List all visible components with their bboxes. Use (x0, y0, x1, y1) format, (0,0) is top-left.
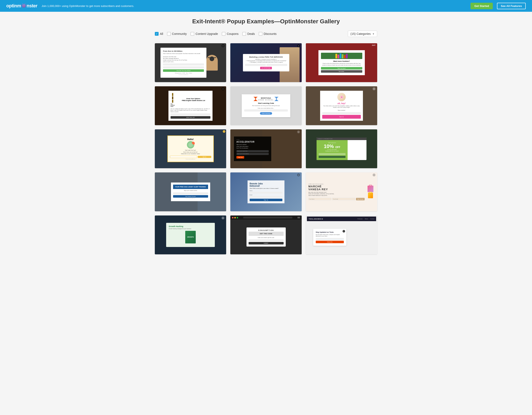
page-title: Exit-Intent® Popup Examples—OptinMonster… (155, 18, 377, 25)
gallery-item[interactable]: CONSUMPTION GET THE CODE Enter your emai… (230, 216, 302, 254)
chevron-down-icon: ▼ (372, 33, 374, 35)
close-icon[interactable]: × (297, 44, 300, 47)
categories-dropdown[interactable]: (15) Categories ▼ (348, 31, 377, 37)
get-started-button[interactable]: Get Started (471, 3, 493, 9)
categories-label: (15) Categories (351, 32, 371, 36)
gallery-item[interactable]: Growth Hacking Growth hacking strategies… (155, 216, 226, 254)
gallery-item[interactable]: 🌸 oh, hey! Your inbox told us you want f… (306, 86, 377, 125)
filter-all-checkbox[interactable] (155, 32, 159, 36)
logo-text: optinm👾nster (6, 3, 37, 9)
filter-discounts[interactable]: Discounts (259, 32, 276, 36)
gallery-item[interactable]: TESLANOMICS PodcastsAboutContact × Stay … (306, 216, 377, 254)
gallery-item[interactable]: From Zero to 330 Million How I built one… (155, 43, 226, 82)
filter-discounts-checkbox[interactable] (259, 32, 262, 36)
gallery-item[interactable]: MONTANA CODE SCHOOL Start Learning Code … (230, 86, 302, 125)
gallery-item[interactable]: THE ACCELERATOR Sign up to receivenews a… (230, 129, 302, 168)
header-tagline: Join 1,000,000+ using OptinMonster to ge… (42, 4, 466, 8)
filter-coupons-label: Coupons (227, 32, 238, 36)
gallery-item[interactable]: Remote JobsDelivered! Want FREE remote j… (230, 172, 302, 211)
filter-deals[interactable]: Deals (242, 32, 255, 36)
close-icon[interactable]: × (221, 44, 224, 47)
close-icon[interactable]: × (342, 230, 345, 232)
gallery-item[interactable]: THESADDLEGEEK Know Your Options:FREE Eng… (155, 86, 226, 125)
filter-community[interactable]: Community (167, 32, 187, 36)
filter-community-label: Community (172, 32, 187, 36)
main-content: Exit-Intent® Popup Examples—OptinMonster… (151, 12, 381, 261)
see-all-features-button[interactable]: See All Features (497, 3, 526, 9)
logo[interactable]: optinm👾nster (6, 3, 37, 9)
filter-coupons-checkbox[interactable] (222, 32, 226, 36)
site-header: optinm👾nster Join 1,000,000+ using Optin… (0, 0, 532, 12)
filter-content-upgrade-checkbox[interactable] (190, 32, 194, 36)
filter-deals-checkbox[interactable] (242, 32, 246, 36)
filter-bar: All Community Content Upgrade Coupons De… (155, 31, 377, 37)
filter-all[interactable]: All (155, 32, 163, 36)
filter-deals-label: Deals (247, 32, 255, 36)
gallery-item[interactable]: Want more freebies? Check out the free (… (306, 43, 377, 82)
close-icon[interactable]: × (223, 130, 225, 133)
gallery-item[interactable]: × Hello! Hey! wait! Don't go!Don't miss … (155, 129, 226, 168)
gallery-item[interactable]: YOUR FREE DAD & BABY SLEEP TRAINING Sign… (155, 172, 226, 211)
gallery-grid: From Zero to 330 Million How I built one… (155, 43, 377, 254)
gallery-item[interactable]: a little note to let you know... MARCHÉV… (306, 172, 377, 211)
filter-community-checkbox[interactable] (167, 32, 171, 36)
gallery-item[interactable]: Marketing y ventas PARA TUS SERVICIOS Ap… (230, 43, 302, 82)
filter-all-label: All (160, 32, 163, 36)
filter-discounts-label: Discounts (264, 32, 276, 36)
gallery-item[interactable]: TODAY'S PROMOTION WIN HEALTH 10% OFF on … (306, 129, 377, 168)
filter-content-upgrade-label: Content Upgrade (196, 32, 218, 36)
filter-coupons[interactable]: Coupons (222, 32, 238, 36)
filter-content-upgrade[interactable]: Content Upgrade (190, 32, 218, 36)
